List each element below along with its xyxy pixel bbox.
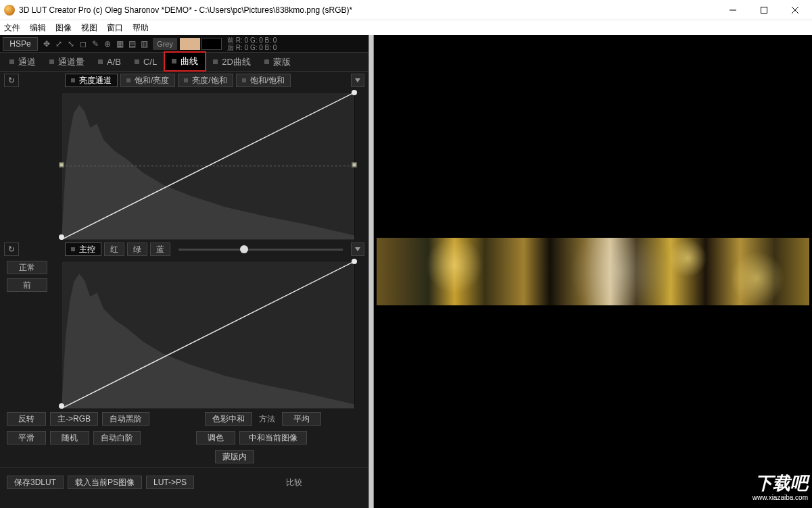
compress-tool-icon[interactable]: ⤡: [65, 37, 77, 51]
refresh-button-2[interactable]: ↻: [4, 243, 19, 256]
color-model-select[interactable]: HSPe: [3, 37, 38, 51]
luttops-button[interactable]: LUT->PS: [146, 476, 194, 489]
readout-back: 后 R: 0 G: 0 B: 0: [227, 44, 277, 51]
svg-rect-1: [761, 7, 767, 13]
tab-channel[interactable]: 通道: [3, 53, 43, 71]
front-back-toggle[interactable]: 前: [7, 278, 47, 292]
panel-divider[interactable]: [368, 35, 374, 508]
dropdown-1[interactable]: [351, 74, 364, 87]
menu-image[interactable]: 图像: [55, 22, 72, 34]
opacity-slider[interactable]: [178, 243, 343, 256]
button-row-3: 蒙版内: [0, 447, 368, 466]
expand-tool-icon[interactable]: ⤢: [53, 37, 65, 51]
button-row-4: 保存3DLUT 载入当前PS图像 LUT->PS 比较: [0, 473, 368, 492]
readout-front: 前 R: 0 G: 0 B: 0: [227, 36, 277, 44]
watermark-url: www.xiazaiba.com: [753, 490, 808, 505]
refresh-button-1[interactable]: ↻: [4, 74, 19, 87]
grid3-icon[interactable]: ▥: [138, 37, 150, 51]
select-tool-icon[interactable]: ◻: [77, 37, 89, 51]
subtab-green[interactable]: 绿: [127, 243, 147, 256]
toolbar: HSPe ✥ ⤢ ⤡ ◻ ✎ ⊕ ▦ ▤ ▥ Grey 前 R: 0 G: 0 …: [0, 35, 368, 53]
colorneutral-button[interactable]: 色彩中和: [205, 412, 252, 426]
autowhite-button[interactable]: 自动白阶: [93, 431, 141, 444]
tab-curves[interactable]: 曲线: [164, 51, 206, 72]
tab-channel-qty[interactable]: 通道量: [43, 53, 91, 71]
black-swatch[interactable]: [201, 38, 222, 50]
menu-help[interactable]: 帮助: [133, 22, 149, 34]
zoom-tool-icon[interactable]: ⊕: [101, 37, 114, 51]
button-row-2: 平滑 随机 自动白阶 调色 中和当前图像: [0, 428, 368, 447]
window-title: 3D LUT Creator Pro (c) Oleg Sharonov *DE…: [19, 5, 717, 15]
subtab-red[interactable]: 红: [104, 243, 124, 256]
savelut-button[interactable]: 保存3DLUT: [7, 476, 64, 489]
button-row-1: 反转 主->RGB 自动黑阶 色彩中和 方法 平均: [0, 409, 368, 428]
tone-button[interactable]: 调色: [196, 431, 235, 444]
dropdown-2[interactable]: [351, 243, 364, 256]
grid1-icon[interactable]: ▦: [114, 37, 126, 51]
eyedropper-tool-icon[interactable]: ✎: [89, 37, 101, 51]
loadps-button[interactable]: 载入当前PS图像: [68, 476, 142, 489]
menu-window[interactable]: 窗口: [107, 22, 123, 34]
tab-cl[interactable]: C/L: [128, 53, 164, 71]
skin-swatch[interactable]: [180, 38, 200, 50]
torgb-button[interactable]: 主->RGB: [50, 412, 98, 426]
subtab-master[interactable]: 主控: [65, 243, 101, 256]
handle-left[interactable]: [59, 163, 64, 168]
subtab-lumsat[interactable]: 亮度/饱和: [178, 74, 233, 87]
menubar: 文件 编辑 图像 视图 窗口 帮助: [0, 20, 812, 35]
tab-2dcurves[interactable]: 2D曲线: [206, 53, 258, 71]
matchcurrent-button[interactable]: 中和当前图像: [239, 431, 307, 444]
titlebar: 3D LUT Creator Pro (c) Oleg Sharonov *DE…: [0, 0, 812, 20]
svg-marker-4: [62, 105, 354, 239]
smooth-button[interactable]: 平滑: [7, 431, 46, 444]
tab-ab[interactable]: A/B: [91, 53, 128, 71]
handle-right[interactable]: [352, 163, 357, 168]
inmask-button[interactable]: 蒙版内: [215, 450, 254, 463]
preview-panel: 下载吧 www.xiazaiba.com: [374, 35, 812, 508]
move-tool-icon[interactable]: ✥: [41, 37, 53, 51]
main-tabs: 通道 通道量 A/B C/L 曲线 2D曲线 蒙版: [0, 53, 368, 72]
image-preview[interactable]: [377, 238, 809, 305]
close-button[interactable]: [780, 0, 811, 20]
watermark: 下载吧 www.xiazaiba.com: [753, 476, 808, 505]
curve-node-tr[interactable]: [352, 90, 357, 95]
curve-node-bl[interactable]: [59, 234, 64, 240]
subtab-satsat[interactable]: 饱和/饱和: [236, 74, 291, 87]
histogram-curve-1[interactable]: [61, 92, 355, 238]
subtab-row-2: ↻ 主控 红 绿 蓝: [0, 240, 368, 258]
maximize-button[interactable]: [748, 0, 780, 20]
rgb-readout: 前 R: 0 G: 0 B: 0 后 R: 0 G: 0 B: 0: [227, 36, 277, 51]
left-panel: HSPe ✥ ⤢ ⤡ ◻ ✎ ⊕ ▦ ▤ ▥ Grey 前 R: 0 G: 0 …: [0, 35, 368, 508]
menu-view[interactable]: 视图: [81, 22, 97, 34]
subtab-lum[interactable]: 亮度通道: [65, 74, 118, 87]
blend-mode-select[interactable]: 正常: [7, 261, 47, 274]
app-icon: [4, 5, 15, 16]
invert-button[interactable]: 反转: [7, 412, 46, 426]
subtab-sathue[interactable]: 饱和/亮度: [120, 74, 175, 87]
curve2-node-bl[interactable]: [59, 403, 64, 409]
method-select[interactable]: 平均: [282, 412, 321, 426]
svg-marker-7: [62, 274, 354, 408]
curve2-node-tr[interactable]: [352, 259, 357, 264]
histogram-curve-2[interactable]: [61, 261, 355, 407]
minimize-button[interactable]: [717, 0, 748, 20]
tab-mask[interactable]: 蒙版: [258, 53, 297, 71]
grey-swatch[interactable]: Grey: [153, 38, 177, 50]
menu-file[interactable]: 文件: [4, 22, 20, 34]
menu-edit[interactable]: 编辑: [30, 22, 46, 34]
random-button[interactable]: 随机: [50, 431, 89, 444]
subtab-row-1: ↻ 亮度通道 饱和/亮度 亮度/饱和 饱和/饱和: [0, 72, 368, 89]
compare-label[interactable]: 比较: [286, 477, 302, 488]
autoblack-button[interactable]: 自动黑阶: [102, 412, 149, 426]
grid2-icon[interactable]: ▤: [126, 37, 138, 51]
subtab-blue[interactable]: 蓝: [150, 243, 170, 256]
method-label: 方法: [259, 413, 275, 425]
